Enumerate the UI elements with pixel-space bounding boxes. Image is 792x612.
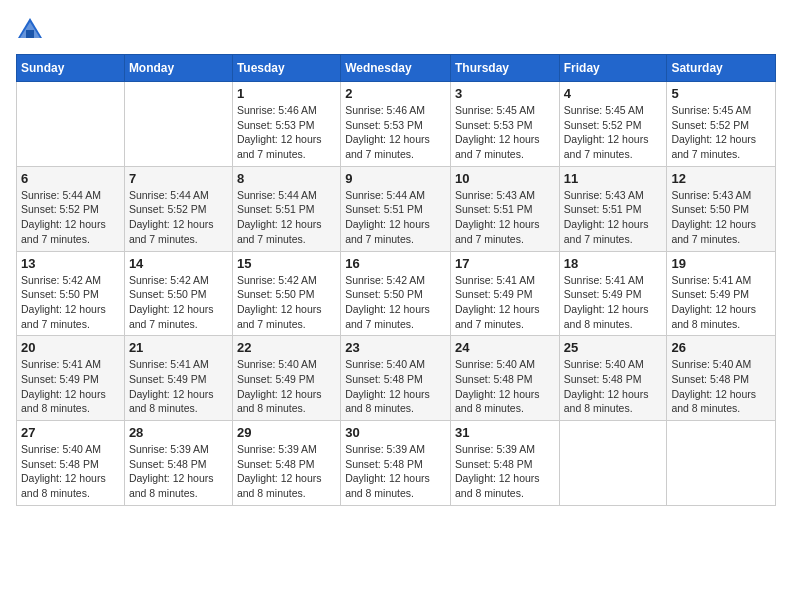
- calendar-cell: 17Sunrise: 5:41 AM Sunset: 5:49 PM Dayli…: [450, 251, 559, 336]
- calendar-cell: 28Sunrise: 5:39 AM Sunset: 5:48 PM Dayli…: [124, 421, 232, 506]
- day-header-tuesday: Tuesday: [232, 55, 340, 82]
- calendar-week-row: 6Sunrise: 5:44 AM Sunset: 5:52 PM Daylig…: [17, 166, 776, 251]
- day-info: Sunrise: 5:44 AM Sunset: 5:51 PM Dayligh…: [345, 188, 446, 247]
- calendar-cell: 5Sunrise: 5:45 AM Sunset: 5:52 PM Daylig…: [667, 82, 776, 167]
- logo: [16, 16, 48, 44]
- day-header-saturday: Saturday: [667, 55, 776, 82]
- calendar-cell: 24Sunrise: 5:40 AM Sunset: 5:48 PM Dayli…: [450, 336, 559, 421]
- logo-icon: [16, 16, 44, 44]
- calendar-cell: 10Sunrise: 5:43 AM Sunset: 5:51 PM Dayli…: [450, 166, 559, 251]
- day-number: 8: [237, 171, 336, 186]
- calendar-week-row: 1Sunrise: 5:46 AM Sunset: 5:53 PM Daylig…: [17, 82, 776, 167]
- calendar-cell: 27Sunrise: 5:40 AM Sunset: 5:48 PM Dayli…: [17, 421, 125, 506]
- day-info: Sunrise: 5:43 AM Sunset: 5:51 PM Dayligh…: [455, 188, 555, 247]
- day-number: 24: [455, 340, 555, 355]
- day-number: 5: [671, 86, 771, 101]
- day-info: Sunrise: 5:40 AM Sunset: 5:48 PM Dayligh…: [21, 442, 120, 501]
- calendar-cell: 22Sunrise: 5:40 AM Sunset: 5:49 PM Dayli…: [232, 336, 340, 421]
- day-info: Sunrise: 5:39 AM Sunset: 5:48 PM Dayligh…: [345, 442, 446, 501]
- day-header-monday: Monday: [124, 55, 232, 82]
- calendar-cell: 23Sunrise: 5:40 AM Sunset: 5:48 PM Dayli…: [341, 336, 451, 421]
- page-header: [16, 16, 776, 44]
- day-number: 27: [21, 425, 120, 440]
- day-info: Sunrise: 5:46 AM Sunset: 5:53 PM Dayligh…: [237, 103, 336, 162]
- day-number: 20: [21, 340, 120, 355]
- day-info: Sunrise: 5:44 AM Sunset: 5:52 PM Dayligh…: [21, 188, 120, 247]
- day-header-wednesday: Wednesday: [341, 55, 451, 82]
- day-header-thursday: Thursday: [450, 55, 559, 82]
- calendar-cell: 9Sunrise: 5:44 AM Sunset: 5:51 PM Daylig…: [341, 166, 451, 251]
- day-number: 15: [237, 256, 336, 271]
- calendar-cell: 8Sunrise: 5:44 AM Sunset: 5:51 PM Daylig…: [232, 166, 340, 251]
- day-number: 1: [237, 86, 336, 101]
- day-number: 29: [237, 425, 336, 440]
- day-header-sunday: Sunday: [17, 55, 125, 82]
- calendar-cell: [667, 421, 776, 506]
- calendar-cell: 7Sunrise: 5:44 AM Sunset: 5:52 PM Daylig…: [124, 166, 232, 251]
- day-number: 28: [129, 425, 228, 440]
- day-info: Sunrise: 5:39 AM Sunset: 5:48 PM Dayligh…: [129, 442, 228, 501]
- calendar-cell: 14Sunrise: 5:42 AM Sunset: 5:50 PM Dayli…: [124, 251, 232, 336]
- day-number: 12: [671, 171, 771, 186]
- calendar-cell: 19Sunrise: 5:41 AM Sunset: 5:49 PM Dayli…: [667, 251, 776, 336]
- calendar-table: SundayMondayTuesdayWednesdayThursdayFrid…: [16, 54, 776, 506]
- calendar-cell: [17, 82, 125, 167]
- day-number: 30: [345, 425, 446, 440]
- day-number: 17: [455, 256, 555, 271]
- day-number: 4: [564, 86, 663, 101]
- day-number: 31: [455, 425, 555, 440]
- day-info: Sunrise: 5:43 AM Sunset: 5:50 PM Dayligh…: [671, 188, 771, 247]
- calendar-cell: 2Sunrise: 5:46 AM Sunset: 5:53 PM Daylig…: [341, 82, 451, 167]
- day-number: 14: [129, 256, 228, 271]
- day-info: Sunrise: 5:41 AM Sunset: 5:49 PM Dayligh…: [564, 273, 663, 332]
- day-number: 7: [129, 171, 228, 186]
- calendar-cell: [559, 421, 667, 506]
- day-number: 2: [345, 86, 446, 101]
- calendar-cell: 29Sunrise: 5:39 AM Sunset: 5:48 PM Dayli…: [232, 421, 340, 506]
- day-info: Sunrise: 5:42 AM Sunset: 5:50 PM Dayligh…: [129, 273, 228, 332]
- day-info: Sunrise: 5:39 AM Sunset: 5:48 PM Dayligh…: [455, 442, 555, 501]
- day-number: 25: [564, 340, 663, 355]
- day-number: 26: [671, 340, 771, 355]
- day-info: Sunrise: 5:42 AM Sunset: 5:50 PM Dayligh…: [21, 273, 120, 332]
- day-number: 19: [671, 256, 771, 271]
- calendar-cell: [124, 82, 232, 167]
- day-info: Sunrise: 5:39 AM Sunset: 5:48 PM Dayligh…: [237, 442, 336, 501]
- day-number: 11: [564, 171, 663, 186]
- day-header-friday: Friday: [559, 55, 667, 82]
- day-info: Sunrise: 5:45 AM Sunset: 5:52 PM Dayligh…: [564, 103, 663, 162]
- calendar-cell: 12Sunrise: 5:43 AM Sunset: 5:50 PM Dayli…: [667, 166, 776, 251]
- calendar-cell: 25Sunrise: 5:40 AM Sunset: 5:48 PM Dayli…: [559, 336, 667, 421]
- day-info: Sunrise: 5:41 AM Sunset: 5:49 PM Dayligh…: [129, 357, 228, 416]
- day-number: 18: [564, 256, 663, 271]
- calendar-cell: 1Sunrise: 5:46 AM Sunset: 5:53 PM Daylig…: [232, 82, 340, 167]
- day-info: Sunrise: 5:40 AM Sunset: 5:48 PM Dayligh…: [564, 357, 663, 416]
- calendar-week-row: 27Sunrise: 5:40 AM Sunset: 5:48 PM Dayli…: [17, 421, 776, 506]
- day-number: 6: [21, 171, 120, 186]
- calendar-cell: 3Sunrise: 5:45 AM Sunset: 5:53 PM Daylig…: [450, 82, 559, 167]
- day-info: Sunrise: 5:41 AM Sunset: 5:49 PM Dayligh…: [21, 357, 120, 416]
- calendar-week-row: 13Sunrise: 5:42 AM Sunset: 5:50 PM Dayli…: [17, 251, 776, 336]
- calendar-cell: 31Sunrise: 5:39 AM Sunset: 5:48 PM Dayli…: [450, 421, 559, 506]
- calendar-cell: 11Sunrise: 5:43 AM Sunset: 5:51 PM Dayli…: [559, 166, 667, 251]
- calendar-cell: 15Sunrise: 5:42 AM Sunset: 5:50 PM Dayli…: [232, 251, 340, 336]
- calendar-cell: 30Sunrise: 5:39 AM Sunset: 5:48 PM Dayli…: [341, 421, 451, 506]
- calendar-cell: 4Sunrise: 5:45 AM Sunset: 5:52 PM Daylig…: [559, 82, 667, 167]
- day-number: 9: [345, 171, 446, 186]
- day-info: Sunrise: 5:44 AM Sunset: 5:52 PM Dayligh…: [129, 188, 228, 247]
- day-info: Sunrise: 5:44 AM Sunset: 5:51 PM Dayligh…: [237, 188, 336, 247]
- day-info: Sunrise: 5:40 AM Sunset: 5:48 PM Dayligh…: [671, 357, 771, 416]
- day-number: 21: [129, 340, 228, 355]
- day-info: Sunrise: 5:43 AM Sunset: 5:51 PM Dayligh…: [564, 188, 663, 247]
- day-number: 13: [21, 256, 120, 271]
- calendar-cell: 13Sunrise: 5:42 AM Sunset: 5:50 PM Dayli…: [17, 251, 125, 336]
- calendar-header-row: SundayMondayTuesdayWednesdayThursdayFrid…: [17, 55, 776, 82]
- calendar-week-row: 20Sunrise: 5:41 AM Sunset: 5:49 PM Dayli…: [17, 336, 776, 421]
- day-number: 3: [455, 86, 555, 101]
- day-info: Sunrise: 5:45 AM Sunset: 5:52 PM Dayligh…: [671, 103, 771, 162]
- day-info: Sunrise: 5:46 AM Sunset: 5:53 PM Dayligh…: [345, 103, 446, 162]
- day-info: Sunrise: 5:41 AM Sunset: 5:49 PM Dayligh…: [671, 273, 771, 332]
- day-info: Sunrise: 5:40 AM Sunset: 5:49 PM Dayligh…: [237, 357, 336, 416]
- day-number: 22: [237, 340, 336, 355]
- day-info: Sunrise: 5:42 AM Sunset: 5:50 PM Dayligh…: [237, 273, 336, 332]
